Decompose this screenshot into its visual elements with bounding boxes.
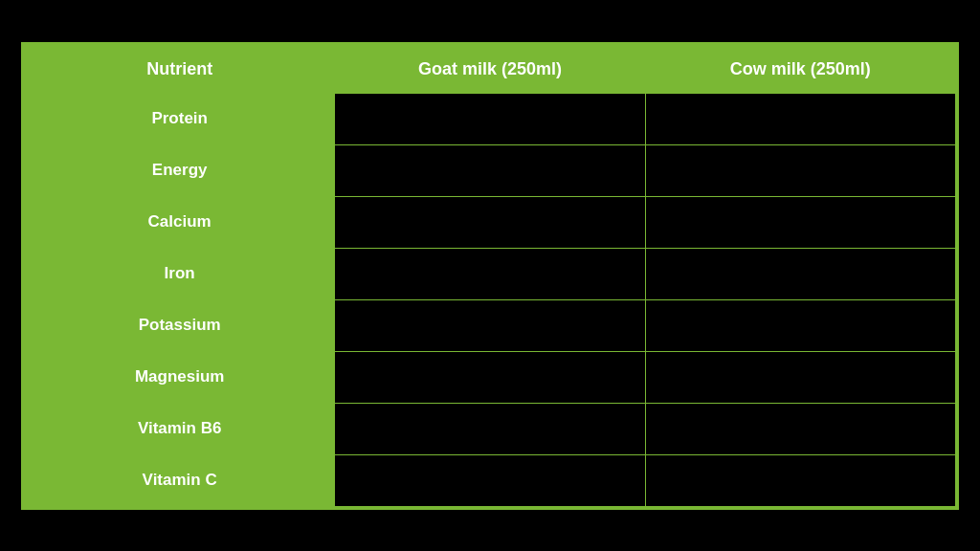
nutrient-label: Iron xyxy=(25,248,335,299)
table-row: Magnesium xyxy=(25,351,956,403)
nutrient-label: Vitamin B6 xyxy=(25,403,335,454)
table-row: Vitamin C xyxy=(25,454,956,506)
goat-milk-value xyxy=(335,144,645,196)
table-row: Iron xyxy=(25,248,956,299)
table-row: Vitamin B6 xyxy=(25,403,956,454)
nutrient-label: Calcium xyxy=(25,196,335,248)
nutrient-label: Potassium xyxy=(25,299,335,351)
table-row: Protein xyxy=(25,93,956,144)
nutrient-label: Protein xyxy=(25,93,335,144)
header-cow-milk: Cow milk (250ml) xyxy=(645,45,955,93)
goat-milk-value xyxy=(335,299,645,351)
nutrient-label: Energy xyxy=(25,144,335,196)
nutrition-comparison-table: Nutrient Goat milk (250ml) Cow milk (250… xyxy=(24,45,956,507)
nutrient-label: Vitamin C xyxy=(25,454,335,506)
table-row: Potassium xyxy=(25,299,956,351)
cow-milk-value xyxy=(645,196,955,248)
cow-milk-value xyxy=(645,248,955,299)
goat-milk-value xyxy=(335,248,645,299)
cow-milk-value xyxy=(645,351,955,403)
table-header-row: Nutrient Goat milk (250ml) Cow milk (250… xyxy=(25,45,956,93)
cow-milk-value xyxy=(645,144,955,196)
table-row: Energy xyxy=(25,144,956,196)
cow-milk-value xyxy=(645,93,955,144)
goat-milk-value xyxy=(335,403,645,454)
nutrient-label: Magnesium xyxy=(25,351,335,403)
goat-milk-value xyxy=(335,196,645,248)
goat-milk-value xyxy=(335,351,645,403)
cow-milk-value xyxy=(645,299,955,351)
cow-milk-value xyxy=(645,403,955,454)
header-goat-milk: Goat milk (250ml) xyxy=(335,45,645,93)
goat-milk-value xyxy=(335,93,645,144)
cow-milk-value xyxy=(645,454,955,506)
goat-milk-value xyxy=(335,454,645,506)
header-nutrient: Nutrient xyxy=(25,45,335,93)
table-row: Calcium xyxy=(25,196,956,248)
comparison-table-wrapper: Nutrient Goat milk (250ml) Cow milk (250… xyxy=(21,42,959,510)
